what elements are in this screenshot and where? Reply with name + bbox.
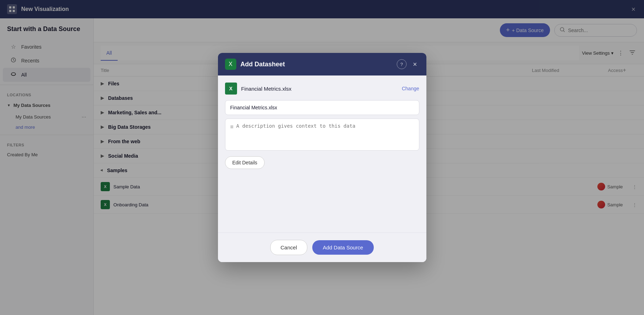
modal-file-excel-icon: X: [225, 83, 237, 95]
modal-file-row: X Financial Metrics.xlsx Change: [225, 83, 419, 100]
modal-header: X Add Datasheet ? ×: [218, 53, 426, 75]
modal-spacer: [225, 169, 419, 225]
modal-cancel-button[interactable]: Cancel: [270, 240, 307, 255]
modal-overlay: X Add Datasheet ? × X Financial Metrics.…: [0, 0, 644, 315]
modal-file-name: Financial Metrics.xlsx: [241, 86, 398, 92]
align-left-icon: ≡: [230, 123, 234, 130]
modal-description-wrapper: ≡: [225, 119, 419, 151]
modal-title: Add Datasheet: [241, 61, 392, 68]
modal-description-input[interactable]: [236, 123, 414, 146]
modal-body: X Financial Metrics.xlsx Change ≡ Edit D…: [218, 75, 426, 232]
modal-header-excel-icon: X: [225, 59, 236, 70]
modal-help-button[interactable]: ?: [397, 59, 407, 69]
modal-close-button[interactable]: ×: [411, 60, 419, 69]
modal-add-source-button[interactable]: Add Data Source: [312, 240, 374, 255]
modal-edit-details-button[interactable]: Edit Details: [225, 156, 265, 169]
modal-footer: Cancel Add Data Source: [218, 232, 426, 262]
add-datasheet-modal: X Add Datasheet ? × X Financial Metrics.…: [218, 53, 426, 262]
modal-change-button[interactable]: Change: [402, 86, 419, 91]
help-icon: ?: [400, 62, 403, 67]
modal-name-input[interactable]: [225, 100, 419, 115]
